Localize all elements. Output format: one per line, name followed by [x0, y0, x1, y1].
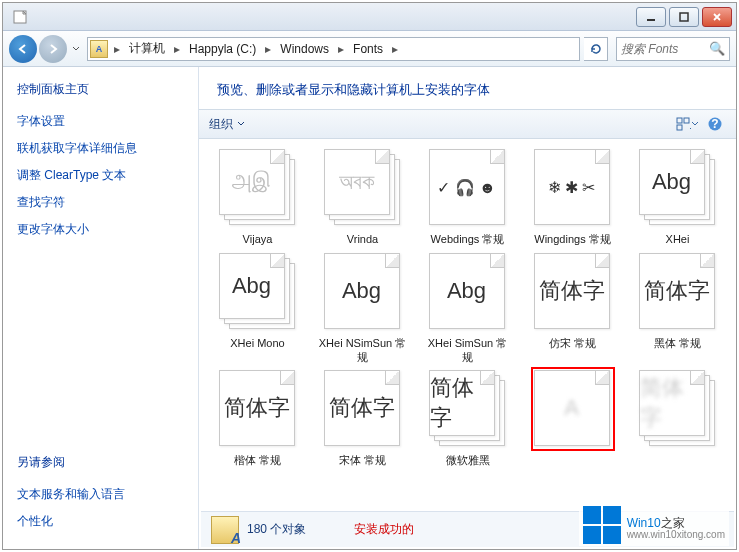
sidebar-link-font-size[interactable]: 更改字体大小	[17, 221, 184, 238]
view-options-button[interactable]	[676, 113, 698, 135]
font-item[interactable]: AbgXHei	[627, 149, 728, 247]
sidebar-link-cleartype[interactable]: 调整 ClearType 文本	[17, 167, 184, 184]
refresh-button[interactable]	[584, 37, 608, 61]
windows-logo-icon	[583, 506, 621, 544]
font-item[interactable]: AbgXHei SimSun 常规	[417, 253, 518, 365]
font-item[interactable]: AbgXHei Mono	[207, 253, 308, 365]
font-glyph: অবক	[339, 169, 375, 195]
sidebar-link-find-char[interactable]: 查找字符	[17, 194, 184, 211]
font-glyph: ✓ 🎧 ☻	[437, 178, 496, 197]
font-preview-card: ❄ ✱ ✂	[534, 149, 612, 227]
sidebar-link-text-services[interactable]: 文本服务和输入语言	[17, 486, 184, 503]
font-item[interactable]: 简体字黑体 常规	[627, 253, 728, 365]
crumb-fonts[interactable]: Fonts	[348, 38, 388, 60]
font-glyph: Abg	[447, 278, 486, 304]
sidebar-heading[interactable]: 控制面板主页	[17, 81, 184, 98]
font-item[interactable]: A	[522, 370, 623, 468]
crumb-computer[interactable]: 计算机	[124, 38, 170, 60]
font-glyph: 简体字	[640, 373, 704, 433]
search-icon[interactable]: 🔍	[709, 41, 725, 56]
svg-rect-1	[647, 19, 655, 21]
font-preview-card: অবক	[324, 149, 402, 227]
fonts-folder-icon: A	[211, 516, 239, 544]
status-message: 安装成功的	[354, 521, 414, 538]
font-glyph: 简体字	[539, 276, 605, 306]
font-glyph: அஇ	[232, 169, 271, 195]
font-label: 微软雅黑	[446, 454, 490, 468]
font-glyph: ❄ ✱ ✂	[548, 178, 596, 197]
watermark-url: www.win10xitong.com	[627, 530, 725, 540]
search-box[interactable]: 🔍	[616, 37, 730, 61]
organize-label: 组织	[209, 116, 233, 133]
watermark-brand: Win10之家	[627, 510, 725, 530]
sidebar-link-font-settings[interactable]: 字体设置	[17, 113, 184, 130]
fonts-folder-icon: A	[90, 40, 108, 58]
chevron-right-icon[interactable]: ▸	[110, 42, 124, 56]
chevron-right-icon[interactable]: ▸	[170, 42, 184, 56]
svg-rect-5	[677, 125, 682, 130]
font-preview-card: 简体字	[324, 370, 402, 448]
breadcrumb[interactable]: A ▸ 计算机 ▸ Happyla (C:) ▸ Windows ▸ Fonts…	[87, 37, 580, 61]
object-count: 180 个对象	[247, 521, 306, 538]
svg-rect-3	[677, 118, 682, 123]
font-item[interactable]: AbgXHei NSimSun 常规	[312, 253, 413, 365]
font-preview-card: 简体字	[639, 370, 717, 448]
svg-rect-2	[680, 13, 688, 21]
chevron-right-icon[interactable]: ▸	[388, 42, 402, 56]
font-preview-card: A	[534, 370, 612, 448]
font-preview-card: அஇ	[219, 149, 297, 227]
page-title: 预览、删除或者显示和隐藏计算机上安装的字体	[199, 67, 736, 109]
chevron-down-icon	[237, 120, 245, 128]
help-button[interactable]: ?	[704, 113, 726, 135]
font-item[interactable]: 简体字	[627, 370, 728, 468]
font-item[interactable]: ✓ 🎧 ☻Webdings 常规	[417, 149, 518, 247]
font-glyph: Abg	[232, 273, 271, 299]
sidebar: 控制面板主页 字体设置 联机获取字体详细信息 调整 ClearType 文本 查…	[3, 67, 199, 549]
font-label: 仿宋 常规	[549, 337, 596, 351]
font-item[interactable]: 简体字宋体 常规	[312, 370, 413, 468]
font-label: XHei NSimSun 常规	[319, 337, 407, 365]
window-icon	[13, 9, 29, 25]
font-label: 宋体 常规	[339, 454, 386, 468]
font-preview-card: ✓ 🎧 ☻	[429, 149, 507, 227]
chevron-right-icon[interactable]: ▸	[334, 42, 348, 56]
font-preview-card: Abg	[324, 253, 402, 331]
close-button[interactable]	[702, 7, 732, 27]
nav-back-button[interactable]	[9, 35, 37, 63]
font-item[interactable]: 简体字仿宋 常规	[522, 253, 623, 365]
titlebar	[3, 3, 736, 31]
font-label: XHei Mono	[230, 337, 284, 351]
font-item[interactable]: 简体字微软雅黑	[417, 370, 518, 468]
font-glyph: Abg	[652, 169, 691, 195]
maximize-button[interactable]	[669, 7, 699, 27]
sidebar-link-personalize[interactable]: 个性化	[17, 513, 184, 530]
search-input[interactable]	[621, 42, 709, 56]
organize-button[interactable]: 组织	[209, 116, 245, 133]
sidebar-see-also-heading: 另请参阅	[17, 454, 184, 471]
font-grid: அஇVijayaঅবকVrinda✓ 🎧 ☻Webdings 常规❄ ✱ ✂Wi…	[199, 139, 736, 549]
font-item[interactable]: ❄ ✱ ✂Wingdings 常规	[522, 149, 623, 247]
nav-forward-button[interactable]	[39, 35, 67, 63]
minimize-button[interactable]	[636, 7, 666, 27]
font-glyph: A	[564, 395, 579, 421]
font-glyph: 简体字	[644, 276, 710, 306]
toolbar: 组织 ?	[199, 109, 736, 139]
font-glyph: 简体字	[329, 393, 395, 423]
font-item[interactable]: অবকVrinda	[312, 149, 413, 247]
sidebar-link-online-fonts[interactable]: 联机获取字体详细信息	[17, 140, 184, 157]
font-item[interactable]: அஇVijaya	[207, 149, 308, 247]
font-label: XHei SimSun 常规	[424, 337, 512, 365]
font-glyph: Abg	[342, 278, 381, 304]
nav-history-dropdown[interactable]	[69, 36, 83, 62]
font-label: 楷体 常规	[234, 454, 281, 468]
font-item[interactable]: 简体字楷体 常规	[207, 370, 308, 468]
font-preview-card: Abg	[639, 149, 717, 227]
chevron-right-icon[interactable]: ▸	[261, 42, 275, 56]
font-label: Vijaya	[243, 233, 273, 247]
font-label: Wingdings 常规	[534, 233, 610, 247]
font-preview-card: Abg	[429, 253, 507, 331]
crumb-windows[interactable]: Windows	[275, 38, 334, 60]
navbar: A ▸ 计算机 ▸ Happyla (C:) ▸ Windows ▸ Fonts…	[3, 31, 736, 67]
font-label: XHei	[666, 233, 690, 247]
crumb-drive[interactable]: Happyla (C:)	[184, 38, 261, 60]
